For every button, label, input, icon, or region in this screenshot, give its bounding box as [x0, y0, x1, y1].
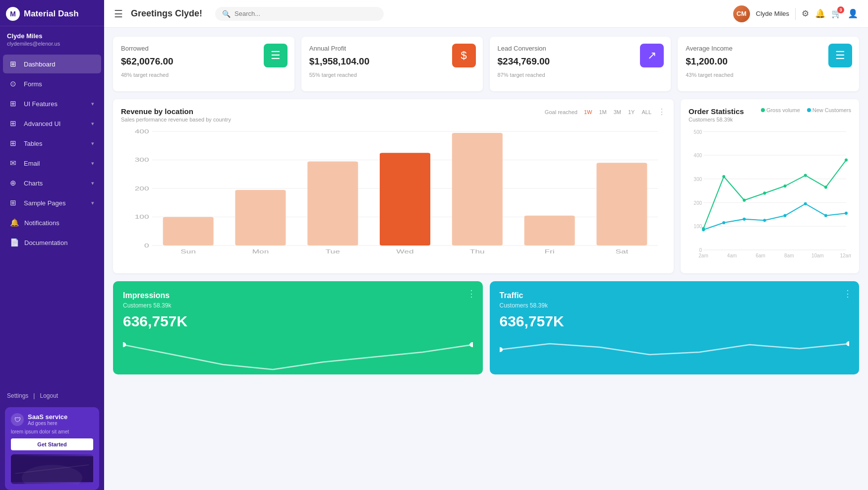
traffic-title: Traffic: [500, 291, 850, 300]
stat-card-3: ☰ Average Income $1,200.00 43% target re…: [678, 37, 859, 91]
bar-chart-area: 0100200300400SunMonTueWedThuFriSat: [121, 126, 666, 265]
cart-icon-button[interactable]: 🛒3: [831, 8, 842, 19]
traffic-menu[interactable]: ⋮: [843, 288, 852, 299]
svg-point-53: [702, 228, 705, 231]
nav-icon-email: ✉: [10, 159, 19, 168]
impressions-value: 636,757K: [123, 313, 473, 330]
saas-header: 🛡 SaaS service Ad goes here: [11, 413, 93, 426]
order-stats-header: Order Statistics Customers 58.39k Gross …: [689, 107, 851, 122]
user-icon-button[interactable]: 👤: [848, 8, 858, 19]
svg-text:Mon: Mon: [252, 248, 269, 254]
sidebar-item-ui-features[interactable]: ⊞ UI Features ▾: [3, 94, 101, 113]
legend-item: New Customers: [807, 107, 851, 113]
order-stats-subtitle: Customers 58.39k: [689, 117, 744, 122]
svg-text:Fri: Fri: [545, 248, 555, 254]
period-tab-ALL[interactable]: ALL: [639, 108, 654, 116]
impressions-card: ⋮ Impressions Customers 58.39k 636,757K: [113, 281, 483, 374]
sidebar-item-advanced-ui[interactable]: ⊞ Advanced UI ▾: [3, 114, 101, 133]
nav-icon-tables: ⊞: [10, 139, 19, 148]
charts-row: Revenue by location Sales performance re…: [113, 99, 859, 273]
svg-text:12am: 12am: [840, 253, 851, 258]
sidebar-item-sample-pages[interactable]: ⊞ Sample Pages ▾: [3, 193, 101, 212]
nav-icon-notifications: 🔔: [10, 218, 19, 227]
logo-icon: M: [6, 7, 20, 21]
nav-icon-ui-features: ⊞: [10, 99, 19, 108]
sidebar-item-documentation[interactable]: 📄 Documentation: [3, 233, 101, 252]
period-tab-1W[interactable]: 1W: [581, 108, 595, 116]
sidebar-user: Clyde Miles clydemiles@elenor.us: [0, 26, 104, 51]
svg-point-64: [846, 341, 849, 346]
search-input[interactable]: [234, 10, 377, 17]
stat-target-0: 48% target reached: [121, 72, 287, 78]
saas-get-started-button[interactable]: Get Started: [11, 438, 93, 450]
saas-shield-icon: 🛡: [11, 413, 24, 426]
svg-rect-17: [307, 161, 358, 245]
logout-link[interactable]: Logout: [40, 392, 58, 399]
revenue-chart-subtitle: Sales performance revenue based by count…: [121, 117, 231, 122]
svg-text:2am: 2am: [698, 253, 708, 258]
svg-text:0: 0: [699, 247, 702, 253]
traffic-chart: [500, 335, 850, 374]
sidebar-item-forms[interactable]: ⊙ Forms: [3, 74, 101, 93]
impressions-menu[interactable]: ⋮: [467, 288, 476, 299]
notifications-icon-button[interactable]: 🔔: [815, 8, 825, 19]
sidebar-username: Clyde Miles: [7, 32, 97, 40]
svg-text:Sun: Sun: [180, 248, 196, 254]
period-tab-1M[interactable]: 1M: [596, 108, 609, 116]
svg-point-47: [743, 199, 746, 202]
nav-label-advanced-ui: Advanced UI: [24, 120, 86, 127]
impressions-subtitle: Customers 58.39k: [123, 302, 473, 309]
settings-icon-button[interactable]: ⚙: [802, 8, 809, 19]
stat-target-1: 55% target reached: [309, 72, 475, 78]
stat-label-1: Annual Profit: [309, 45, 475, 52]
nav-arrow-sample-pages: ▾: [91, 200, 94, 206]
nav-icon-dashboard: ⊞: [10, 60, 19, 68]
sidebar-nav: ⊞ Dashboard ⊙ Forms ⊞ UI Features ▾ ⊞ Ad…: [0, 51, 104, 388]
saas-description: lorem ipsum dolor sit amet: [11, 429, 93, 434]
svg-rect-23: [524, 216, 575, 245]
sidebar-footer: Settings | Logout: [0, 388, 104, 403]
sidebar-item-charts[interactable]: ⊕ Charts ▾: [3, 174, 101, 192]
nav-label-notifications: Notifications: [24, 219, 94, 227]
stat-target-3: 43% target reached: [686, 72, 851, 78]
svg-rect-13: [163, 217, 214, 246]
settings-link[interactable]: Settings: [7, 392, 28, 399]
svg-text:500: 500: [694, 129, 702, 134]
saas-title: SaaS service: [28, 413, 67, 421]
bottom-row: ⋮ Impressions Customers 58.39k 636,757K …: [113, 281, 859, 374]
svg-point-52: [845, 159, 848, 162]
nav-label-ui-features: UI Features: [24, 100, 86, 108]
svg-text:300: 300: [135, 157, 149, 163]
svg-text:200: 200: [694, 200, 702, 205]
svg-point-49: [784, 184, 787, 187]
svg-rect-19: [380, 153, 430, 245]
sidebar-email: clydemiles@elenor.us: [7, 41, 97, 47]
hamburger-icon[interactable]: ☰: [114, 8, 123, 20]
svg-text:0: 0: [144, 243, 149, 248]
sidebar-item-notifications[interactable]: 🔔 Notifications: [3, 213, 101, 232]
sidebar-item-tables[interactable]: ⊞ Tables ▾: [3, 134, 101, 153]
search-icon: 🔍: [222, 10, 231, 18]
svg-text:10am: 10am: [811, 253, 824, 258]
nav-icon-forms: ⊙: [10, 79, 19, 88]
svg-text:400: 400: [694, 153, 702, 158]
svg-text:6am: 6am: [755, 253, 765, 258]
sidebar-item-email[interactable]: ✉ Email ▾: [3, 154, 101, 173]
stat-cards-row: ☰ Borrowed $62,0076.00 48% target reache…: [113, 37, 859, 91]
period-tab-1Y[interactable]: 1Y: [626, 108, 637, 116]
svg-point-58: [804, 202, 807, 205]
traffic-value: 636,757K: [500, 313, 850, 330]
svg-text:Tue: Tue: [326, 248, 340, 254]
sidebar-item-dashboard[interactable]: ⊞ Dashboard: [3, 55, 101, 73]
period-tab-3M[interactable]: 3M: [611, 108, 624, 116]
svg-text:8am: 8am: [784, 253, 794, 258]
nav-label-dashboard: Dashboard: [24, 61, 94, 68]
page-content: ☰ Borrowed $62,0076.00 48% target reache…: [104, 28, 868, 490]
order-chart-area: 01002003004005002am4am6am8am10am12am: [689, 126, 851, 265]
revenue-chart-menu[interactable]: ⋮: [658, 107, 666, 117]
stat-icon-1: $: [452, 44, 476, 67]
main-content: ☰ Greetings Clyde! 🔍 CM Clyde Miles ⚙ 🔔 …: [104, 0, 868, 490]
svg-rect-25: [596, 163, 647, 245]
saas-ad-card: 🛡 SaaS service Ad goes here lorem ipsum …: [5, 407, 99, 490]
nav-arrow-charts: ▾: [91, 180, 94, 186]
